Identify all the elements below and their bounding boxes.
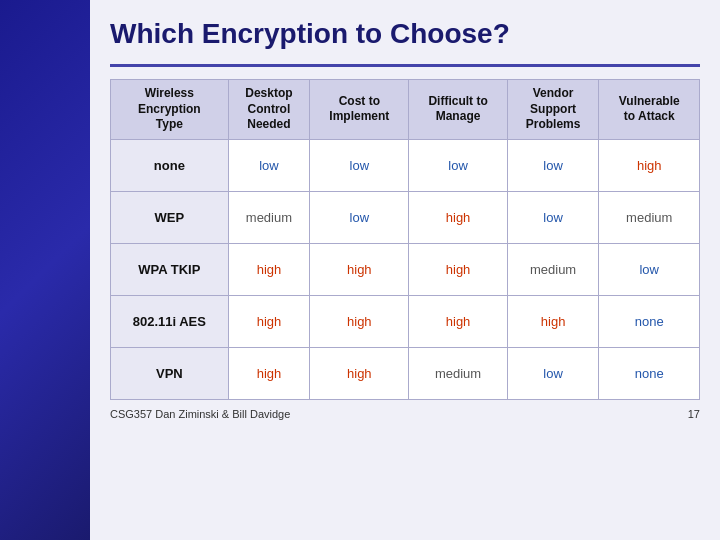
col-header-vendor: VendorSupportProblems: [507, 80, 599, 140]
footer-credit: CSG357 Dan Ziminski & Bill Davidge: [110, 408, 290, 420]
cell-r0-c2: low: [409, 139, 507, 191]
cell-r2-c1: high: [310, 243, 409, 295]
title-divider: [110, 64, 700, 67]
table-row: VPNhighhighmediumlownone: [111, 347, 700, 399]
row-label-0: none: [111, 139, 229, 191]
cell-r0-c1: low: [310, 139, 409, 191]
cell-r3-c0: high: [228, 295, 310, 347]
cell-r0-c0: low: [228, 139, 310, 191]
cell-r4-c2: medium: [409, 347, 507, 399]
table-row: nonelowlowlowlowhigh: [111, 139, 700, 191]
cell-r3-c1: high: [310, 295, 409, 347]
col-header-vulnerable: Vulnerableto Attack: [599, 80, 700, 140]
row-label-2: WPA TKIP: [111, 243, 229, 295]
cell-r4-c1: high: [310, 347, 409, 399]
cell-r3-c3: high: [507, 295, 599, 347]
table-row: WPA TKIPhighhighhighmediumlow: [111, 243, 700, 295]
row-label-1: WEP: [111, 191, 229, 243]
col-header-difficult: Difficult toManage: [409, 80, 507, 140]
table-row: WEPmediumlowhighlowmedium: [111, 191, 700, 243]
main-content: Which Encryption to Choose? WirelessEncr…: [90, 0, 720, 540]
cell-r2-c3: medium: [507, 243, 599, 295]
cell-r0-c3: low: [507, 139, 599, 191]
encryption-table: WirelessEncryptionType DesktopControlNee…: [110, 79, 700, 400]
cell-r1-c2: high: [409, 191, 507, 243]
table-row: 802.11i AEShighhighhighhighnone: [111, 295, 700, 347]
cell-r1-c0: medium: [228, 191, 310, 243]
page-title: Which Encryption to Choose?: [110, 18, 700, 50]
cell-r4-c0: high: [228, 347, 310, 399]
cell-r3-c2: high: [409, 295, 507, 347]
col-header-cost: Cost toImplement: [310, 80, 409, 140]
table-header-row: WirelessEncryptionType DesktopControlNee…: [111, 80, 700, 140]
row-label-3: 802.11i AES: [111, 295, 229, 347]
cell-r1-c1: low: [310, 191, 409, 243]
cell-r4-c3: low: [507, 347, 599, 399]
cell-r2-c2: high: [409, 243, 507, 295]
page-footer: CSG357 Dan Ziminski & Bill Davidge 17: [110, 408, 700, 420]
background-left: [0, 0, 90, 540]
col-header-desktop: DesktopControlNeeded: [228, 80, 310, 140]
footer-page-number: 17: [688, 408, 700, 420]
cell-r1-c4: medium: [599, 191, 700, 243]
cell-r2-c0: high: [228, 243, 310, 295]
cell-r2-c4: low: [599, 243, 700, 295]
cell-r3-c4: none: [599, 295, 700, 347]
cell-r0-c4: high: [599, 139, 700, 191]
row-label-4: VPN: [111, 347, 229, 399]
cell-r4-c4: none: [599, 347, 700, 399]
col-header-type: WirelessEncryptionType: [111, 80, 229, 140]
cell-r1-c3: low: [507, 191, 599, 243]
